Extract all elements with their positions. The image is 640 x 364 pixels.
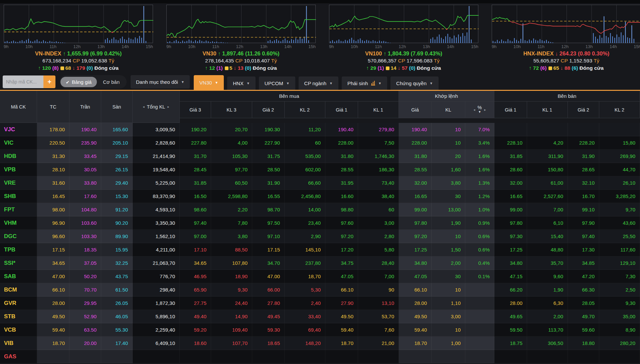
cell-symbol[interactable]: HDB: [0, 150, 37, 163]
cell-sell-vol1: 2,00: [527, 310, 568, 323]
cell-symbol[interactable]: VIB: [0, 337, 37, 350]
col-buy-price3[interactable]: Giá 3: [180, 102, 211, 118]
cell-buy-vol2: 69,40: [285, 323, 325, 337]
index-chart[interactable]: [4, 5, 153, 43]
tab-hnx[interactable]: HNX▼: [227, 76, 256, 90]
right-arrow-icon[interactable]: ▸: [484, 108, 486, 112]
index-chart[interactable]: [329, 5, 478, 43]
cell-symbol[interactable]: VCB: [0, 323, 37, 337]
add-symbol-button[interactable]: +: [43, 75, 55, 88]
left-arrow-icon[interactable]: ◂: [143, 105, 145, 109]
x-axis-tick: 14h: [610, 44, 617, 49]
index-chart-svg: [492, 5, 640, 43]
index-chart-svg: [329, 5, 479, 43]
cell-ceiling: 63.50: [69, 323, 101, 337]
cell-percent: 0.1%: [465, 270, 494, 283]
cell-buy-vol1: 60: [358, 203, 399, 216]
cell-buy-vol1: 73,40: [358, 176, 399, 190]
left-arrow-icon[interactable]: ◂: [474, 108, 475, 112]
cell-buy-price1: 97.60: [325, 216, 358, 230]
cell-tc: 98.00: [37, 203, 69, 216]
cell-symbol[interactable]: SSI*: [0, 256, 37, 270]
col-reference[interactable]: TC: [37, 91, 69, 123]
index-panel-vn30: 9h10h11h12h13h14h15h VN30 ↑ 1,897.46 (11…: [166, 5, 316, 72]
x-axis-tick: 12h: [399, 44, 406, 49]
view-toggle: ✔Bảng giá Cơ bản: [59, 75, 127, 88]
col-total-volume[interactable]: ◂ Tổng KL ▸: [133, 91, 180, 123]
cell-sell-vol1: [527, 350, 568, 363]
index-chart[interactable]: [166, 5, 316, 43]
cell-symbol[interactable]: VIC: [0, 136, 37, 150]
cell-buy-price1: 59.40: [325, 323, 358, 337]
toggle-price-board[interactable]: ✔Bảng giá: [60, 77, 97, 87]
cell-total-volume: 2,259,40: [133, 323, 180, 337]
index-chart[interactable]: [492, 5, 640, 43]
cell-symbol[interactable]: STB: [0, 310, 37, 323]
cell-buy-vol3: 107,70: [211, 337, 252, 350]
col-matched-vol[interactable]: KL: [432, 102, 465, 118]
col-sell-price2[interactable]: Giá 2: [568, 102, 599, 118]
col-percent[interactable]: ◂ %▼ ▸: [465, 102, 494, 118]
cell-buy-vol3: 60,50: [211, 176, 252, 190]
tab-phái-sinh[interactable]: Phái sinh▼: [342, 76, 387, 90]
cell-sell-price2: 28.65: [568, 163, 599, 176]
cell-sell-price1: 31.85: [494, 150, 527, 163]
tab-chứng-quyền[interactable]: Chứng quyền▼: [390, 76, 439, 90]
chevron-down-icon: ▼: [378, 81, 381, 85]
col-matched-price[interactable]: Giá: [399, 102, 432, 118]
tab-upcom[interactable]: UPCOM▼: [259, 76, 295, 90]
tab-cp-ngành[interactable]: CP ngành▼: [299, 76, 338, 90]
cell-matched-vol: 1,10: [432, 297, 465, 310]
col-buy-price1[interactable]: Giá 1: [325, 102, 358, 118]
col-buy-vol1[interactable]: KL 1: [358, 102, 399, 118]
watchlist-dropdown[interactable]: Danh mục theo dõi▼: [131, 75, 190, 88]
col-floor[interactable]: Sàn: [101, 91, 133, 123]
cell-buy-price2: 66.00: [252, 283, 285, 297]
cell-matched-price: 28.55: [399, 163, 432, 176]
cell-buy-vol3: 24,40: [211, 297, 252, 310]
cell-symbol[interactable]: GAS: [0, 350, 37, 363]
cell-sell-price2: 59.60: [568, 323, 599, 337]
cell-sell-price2: 97.90: [568, 216, 599, 230]
index-name: HNX-INDEX: [523, 50, 554, 56]
cell-symbol[interactable]: SHB: [0, 190, 37, 203]
cell-sell-price1: 47.15: [494, 270, 527, 283]
col-sell-vol2[interactable]: KL 2: [599, 102, 640, 118]
cell-symbol[interactable]: DGC: [0, 230, 37, 243]
tab-vn30[interactable]: VN30▼: [194, 75, 224, 90]
cell-symbol[interactable]: FPT: [0, 203, 37, 216]
cell-symbol[interactable]: BCM: [0, 283, 37, 297]
col-symbol[interactable]: Mã CK: [0, 91, 37, 123]
col-ceiling[interactable]: Trần: [69, 91, 101, 123]
cell-symbol[interactable]: VJC: [0, 123, 37, 136]
cell-sell-price1: 18.75: [494, 337, 527, 350]
toggle-basic[interactable]: Cơ bản: [97, 77, 126, 87]
col-buy-vol2[interactable]: KL 2: [285, 102, 325, 118]
cell-tc: 34.65: [37, 256, 69, 270]
col-buy-vol3[interactable]: KL 3: [211, 102, 252, 118]
cell-buy-vol2: 2,456,80: [285, 190, 325, 203]
right-arrow-icon[interactable]: ▸: [167, 105, 169, 109]
cell-symbol[interactable]: VPB: [0, 163, 37, 176]
cell-sell-price1: 17.25: [494, 243, 527, 256]
cell-ceiling: 18.35: [69, 243, 101, 256]
col-buy-price2[interactable]: Giá 2: [252, 102, 285, 118]
cell-percent: [465, 323, 494, 337]
cell-symbol[interactable]: VHM: [0, 216, 37, 230]
cell-buy-price2: 28.50: [252, 163, 285, 176]
cell-symbol[interactable]: TPB: [0, 243, 37, 256]
chevron-down-icon: ▼: [247, 81, 250, 85]
cell-buy-price2: 18.65: [252, 337, 285, 350]
cell-total-volume: 4,593,10: [133, 203, 180, 216]
cell-sell-vol2: 269,90: [599, 150, 640, 163]
search-input[interactable]: [3, 75, 43, 88]
col-sell-vol1[interactable]: KL 1: [527, 102, 568, 118]
col-sell-price1[interactable]: Giá 1: [494, 102, 527, 118]
cell-matched-vol: 10: [432, 123, 465, 136]
cell-symbol[interactable]: SAB: [0, 270, 37, 283]
cell-sell-vol1: 4,20: [527, 136, 568, 150]
cell-symbol[interactable]: VRE: [0, 176, 37, 190]
cell-symbol[interactable]: GVR: [0, 297, 37, 310]
cell-sell-price2: 31.90: [568, 150, 599, 163]
cell-buy-vol1: 186,30: [358, 163, 399, 176]
